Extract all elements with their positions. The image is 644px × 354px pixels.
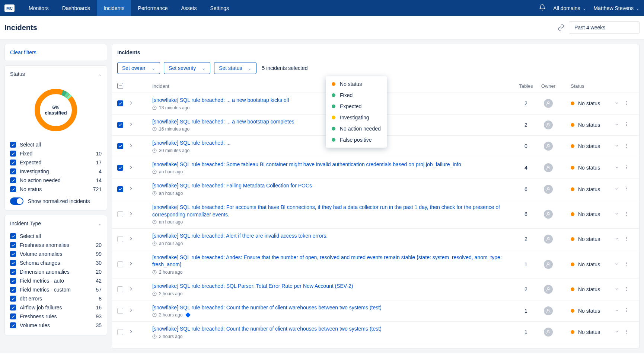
link-icon[interactable] <box>558 24 564 31</box>
owner-avatar[interactable] <box>544 142 553 151</box>
row-checkbox[interactable] <box>117 211 123 217</box>
row-checkbox[interactable] <box>117 143 123 149</box>
chevron-down-icon[interactable] <box>615 261 619 267</box>
more-icon[interactable] <box>624 165 629 171</box>
set-severity-button[interactable]: Set severity <box>164 62 210 74</box>
checkbox-icon[interactable] <box>10 242 16 248</box>
more-icon[interactable] <box>624 236 629 242</box>
owner-avatar[interactable] <box>544 120 553 129</box>
select-all-checkbox[interactable] <box>117 83 123 89</box>
checkbox-icon[interactable] <box>10 322 16 328</box>
more-icon[interactable] <box>624 144 629 149</box>
filter-row[interactable]: Freshness rules93 <box>10 312 102 321</box>
domain-selector[interactable]: All domains <box>553 5 586 11</box>
row-checkbox[interactable] <box>117 186 123 192</box>
filter-select-all[interactable]: Select all <box>10 140 102 149</box>
clear-filters-link[interactable]: Clear filters <box>10 49 36 55</box>
set-owner-button[interactable]: Set owner <box>117 62 160 74</box>
expand-chevron-icon[interactable] <box>128 236 134 242</box>
filter-row[interactable]: Schema changes30 <box>10 258 102 267</box>
chevron-down-icon[interactable] <box>615 186 619 192</box>
more-icon[interactable] <box>624 186 629 192</box>
incident-title[interactable]: [snowflake] SQL rule breached: Andes: En… <box>152 254 515 268</box>
checkbox-icon[interactable] <box>10 177 16 183</box>
checkbox-icon[interactable] <box>10 296 16 302</box>
owner-avatar[interactable] <box>544 163 553 172</box>
owner-avatar[interactable] <box>544 260 553 269</box>
checkbox-icon[interactable] <box>10 269 16 275</box>
filter-row[interactable]: Airflow job failures16 <box>10 303 102 312</box>
filter-select-all[interactable]: Select all <box>10 232 102 241</box>
filter-row[interactable]: Volume anomalies99 <box>10 250 102 258</box>
user-menu[interactable]: Matthew Stevens <box>594 5 640 11</box>
checkbox-icon[interactable] <box>10 168 16 174</box>
dropdown-item[interactable]: False positive <box>326 134 387 145</box>
logo[interactable]: MC <box>4 4 15 12</box>
checkbox-icon[interactable] <box>10 305 16 310</box>
chevron-down-icon[interactable] <box>615 143 619 149</box>
filter-row[interactable]: Volume rules35 <box>10 321 102 330</box>
owner-avatar[interactable] <box>544 285 553 294</box>
checkbox-icon[interactable] <box>10 313 16 319</box>
expand-chevron-icon[interactable] <box>128 101 134 107</box>
owner-avatar[interactable] <box>544 185 553 194</box>
expand-chevron-icon[interactable] <box>128 186 134 192</box>
checkbox-icon[interactable] <box>10 260 16 266</box>
normalized-toggle[interactable] <box>10 197 23 205</box>
chevron-down-icon[interactable] <box>615 165 619 171</box>
nav-item-assets[interactable]: Assets <box>175 0 204 16</box>
bell-icon[interactable] <box>539 4 546 12</box>
checkbox-icon[interactable] <box>10 142 16 148</box>
expand-chevron-icon[interactable] <box>128 329 134 335</box>
incident-title[interactable]: [snowflake] SQL rule breached: Failing M… <box>152 182 515 190</box>
filter-row[interactable]: Investigating4 <box>10 167 102 176</box>
filter-row[interactable]: Field metrics - custom57 <box>10 285 102 294</box>
row-checkbox[interactable] <box>117 286 123 292</box>
checkbox-icon[interactable] <box>10 186 16 192</box>
incident-title[interactable]: [snowflake] SQL rule breached: Alert if … <box>152 232 515 240</box>
checkbox-icon[interactable] <box>10 251 16 257</box>
expand-chevron-icon[interactable] <box>128 308 134 314</box>
row-checkbox[interactable] <box>117 329 123 335</box>
nav-item-settings[interactable]: Settings <box>204 0 236 16</box>
checkbox-icon[interactable] <box>10 233 16 239</box>
dropdown-item[interactable]: Investigating <box>326 112 387 123</box>
incident-title[interactable]: [snowflake] SQL rule breached: For accou… <box>152 204 515 218</box>
row-checkbox[interactable] <box>117 165 123 171</box>
dropdown-item[interactable]: Expected <box>326 101 387 112</box>
owner-avatar[interactable] <box>544 235 553 244</box>
nav-item-monitors[interactable]: Monitors <box>22 0 55 16</box>
filter-row[interactable]: Fixed10 <box>10 149 102 158</box>
dropdown-item[interactable]: No status <box>326 78 387 90</box>
expand-chevron-icon[interactable] <box>128 287 134 293</box>
filter-row[interactable]: Dimension anomalies20 <box>10 267 102 276</box>
expand-chevron-icon[interactable] <box>128 165 134 171</box>
chevron-down-icon[interactable] <box>615 236 619 242</box>
dropdown-item[interactable]: No action needed <box>326 123 387 134</box>
incident-title[interactable]: [snowflake] SQL rule breached: SQL Parse… <box>152 283 515 290</box>
more-icon[interactable] <box>624 122 629 128</box>
filter-row[interactable]: dbt errors8 <box>10 294 102 303</box>
row-checkbox[interactable] <box>117 100 123 106</box>
row-checkbox[interactable] <box>117 261 123 267</box>
row-checkbox[interactable] <box>117 122 123 128</box>
owner-avatar[interactable] <box>544 99 553 108</box>
row-checkbox[interactable] <box>117 308 123 314</box>
dropdown-item[interactable]: Fixed <box>326 90 387 101</box>
filter-row[interactable]: No action needed14 <box>10 176 102 185</box>
more-icon[interactable] <box>624 308 629 314</box>
date-range-selector[interactable]: Past 4 weeks <box>569 21 640 34</box>
checkbox-icon[interactable] <box>10 160 16 165</box>
checkbox-icon[interactable] <box>10 278 16 284</box>
chevron-down-icon[interactable] <box>615 308 619 314</box>
chevron-down-icon[interactable] <box>615 329 619 335</box>
checkbox-icon[interactable] <box>10 151 16 157</box>
filter-row[interactable]: Field metrics - auto42 <box>10 276 102 285</box>
chevron-down-icon[interactable] <box>615 122 619 128</box>
nav-item-dashboards[interactable]: Dashboards <box>55 0 97 16</box>
filter-row[interactable]: Expected17 <box>10 158 102 167</box>
owner-avatar[interactable] <box>544 306 553 315</box>
more-icon[interactable] <box>624 287 629 293</box>
filter-row[interactable]: Freshness anomalies20 <box>10 241 102 250</box>
set-status-button[interactable]: Set status <box>214 62 256 74</box>
